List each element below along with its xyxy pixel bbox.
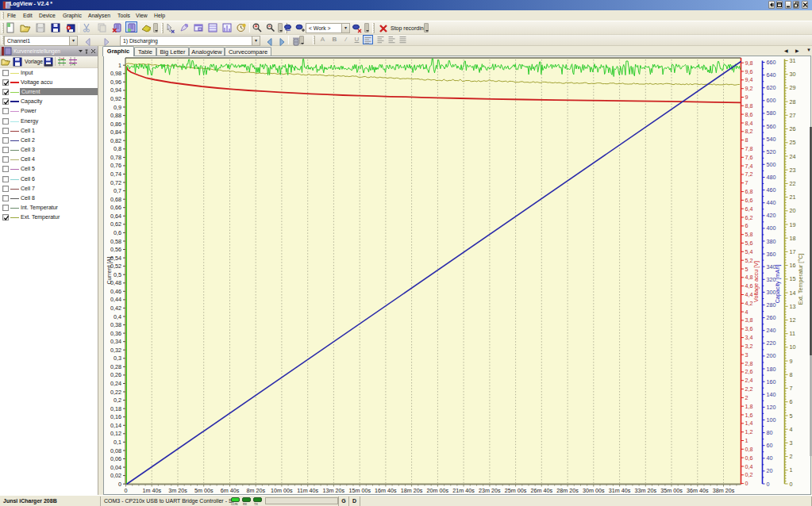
- svg-text:0,8: 0,8: [114, 145, 121, 152]
- svg-text:0,96: 0,96: [110, 79, 121, 86]
- svg-text:40: 40: [767, 454, 773, 462]
- svg-text:220: 220: [767, 339, 776, 347]
- svg-text:Ext. Temperatur [°C]: Ext. Temperatur [°C]: [797, 254, 804, 305]
- svg-text:1,2: 1,2: [745, 428, 753, 435]
- svg-text:26m 40s: 26m 40s: [531, 487, 553, 494]
- svg-text:6,4: 6,4: [745, 205, 753, 213]
- svg-text:0,04: 0,04: [110, 464, 121, 471]
- svg-text:400: 400: [767, 224, 776, 232]
- svg-text:2,6: 2,6: [745, 368, 753, 375]
- svg-text:Capacity [mAh]: Capacity [mAh]: [774, 265, 781, 304]
- svg-text:14: 14: [790, 289, 796, 297]
- svg-text:36m 40s: 36m 40s: [687, 487, 709, 494]
- svg-text:23m 20s: 23m 20s: [479, 487, 501, 494]
- svg-text:3: 3: [745, 351, 749, 358]
- svg-text:260: 260: [767, 314, 776, 321]
- svg-text:Current [A]: Current [A]: [106, 257, 113, 285]
- svg-text:0,6: 0,6: [745, 454, 753, 462]
- svg-text:140: 140: [767, 391, 776, 398]
- svg-text:22: 22: [790, 180, 796, 187]
- svg-text:30: 30: [790, 71, 796, 78]
- svg-text:35m 00s: 35m 00s: [660, 487, 683, 494]
- svg-text:0,44: 0,44: [110, 296, 121, 303]
- svg-text:200: 200: [767, 352, 776, 359]
- svg-text:0,34: 0,34: [110, 338, 121, 345]
- svg-text:0,5: 0,5: [114, 271, 121, 278]
- svg-text:0,4: 0,4: [114, 313, 121, 320]
- svg-text:0,06: 0,06: [110, 455, 121, 462]
- svg-text:20: 20: [790, 207, 796, 214]
- svg-text:0,68: 0,68: [110, 196, 121, 203]
- svg-text:660: 660: [767, 59, 776, 66]
- svg-text:3,4: 3,4: [745, 334, 753, 341]
- svg-text:10m 00s: 10m 00s: [271, 487, 293, 494]
- svg-text:0,38: 0,38: [110, 321, 121, 328]
- svg-text:180: 180: [767, 366, 776, 373]
- svg-text:7: 7: [790, 385, 793, 392]
- svg-text:27: 27: [790, 112, 796, 119]
- svg-text:0,8: 0,8: [745, 446, 753, 453]
- svg-text:18: 18: [790, 235, 796, 242]
- svg-text:0,94: 0,94: [110, 86, 121, 94]
- svg-text:5: 5: [745, 266, 749, 273]
- svg-text:4,6: 4,6: [745, 282, 753, 289]
- svg-text:6,6: 6,6: [745, 197, 753, 204]
- svg-text:19: 19: [790, 221, 796, 228]
- svg-text:20m 00s: 20m 00s: [427, 487, 449, 494]
- svg-text:15: 15: [790, 275, 796, 282]
- svg-text:0,36: 0,36: [110, 330, 121, 337]
- svg-text:0: 0: [767, 481, 770, 488]
- svg-text:5: 5: [790, 412, 793, 420]
- svg-text:Voltage accu [V]: Voltage accu [V]: [752, 261, 760, 302]
- svg-text:0,6: 0,6: [114, 229, 121, 236]
- svg-text:33m 20s: 33m 20s: [635, 487, 657, 494]
- svg-text:1: 1: [790, 466, 793, 473]
- svg-text:1: 1: [745, 437, 749, 444]
- svg-text:4,4: 4,4: [745, 291, 753, 298]
- svg-text:380: 380: [767, 238, 776, 245]
- svg-text:0,28: 0,28: [110, 363, 121, 370]
- svg-text:0,84: 0,84: [110, 128, 121, 136]
- svg-text:0,18: 0,18: [110, 405, 121, 412]
- svg-text:0,46: 0,46: [110, 288, 121, 295]
- svg-text:540: 540: [767, 136, 776, 143]
- svg-text:5,2: 5,2: [745, 257, 753, 264]
- svg-text:0,64: 0,64: [110, 213, 121, 220]
- svg-text:0,32: 0,32: [110, 347, 121, 354]
- svg-text:0,3: 0,3: [114, 355, 121, 362]
- svg-text:0,1: 0,1: [114, 439, 121, 446]
- svg-text:6,8: 6,8: [745, 188, 753, 195]
- svg-text:460: 460: [767, 186, 776, 194]
- svg-text:6,2: 6,2: [745, 214, 753, 221]
- svg-text:240: 240: [767, 327, 776, 334]
- svg-text:0,2: 0,2: [745, 471, 753, 478]
- svg-text:3,6: 3,6: [745, 325, 753, 332]
- svg-text:80: 80: [767, 429, 773, 436]
- svg-text:13m 20s: 13m 20s: [323, 487, 345, 494]
- svg-text:8,2: 8,2: [745, 128, 753, 135]
- svg-text:0,9: 0,9: [114, 104, 121, 111]
- svg-text:0,78: 0,78: [110, 154, 121, 161]
- svg-text:31: 31: [790, 57, 796, 64]
- svg-text:30m 00s: 30m 00s: [583, 487, 605, 494]
- svg-text:1,4: 1,4: [745, 420, 753, 427]
- svg-text:5,4: 5,4: [745, 248, 753, 255]
- svg-text:7,8: 7,8: [745, 145, 753, 152]
- svg-text:0,14: 0,14: [110, 422, 121, 429]
- svg-text:3,8: 3,8: [745, 316, 753, 324]
- svg-text:0,08: 0,08: [110, 447, 121, 454]
- svg-text:26: 26: [790, 125, 796, 132]
- svg-text:4,8: 4,8: [745, 274, 753, 281]
- svg-text:0,02: 0,02: [110, 472, 121, 479]
- svg-text:9,8: 9,8: [745, 59, 753, 67]
- svg-text:6: 6: [790, 398, 793, 405]
- svg-text:31m 40s: 31m 40s: [609, 487, 631, 494]
- svg-text:5,8: 5,8: [745, 231, 753, 238]
- svg-text:1: 1: [118, 62, 121, 69]
- svg-text:580: 580: [767, 109, 776, 117]
- svg-text:640: 640: [767, 71, 776, 79]
- svg-text:21: 21: [790, 194, 796, 201]
- svg-text:38m 20s: 38m 20s: [713, 487, 735, 494]
- svg-text:0,62: 0,62: [110, 220, 121, 228]
- svg-text:440: 440: [767, 199, 776, 206]
